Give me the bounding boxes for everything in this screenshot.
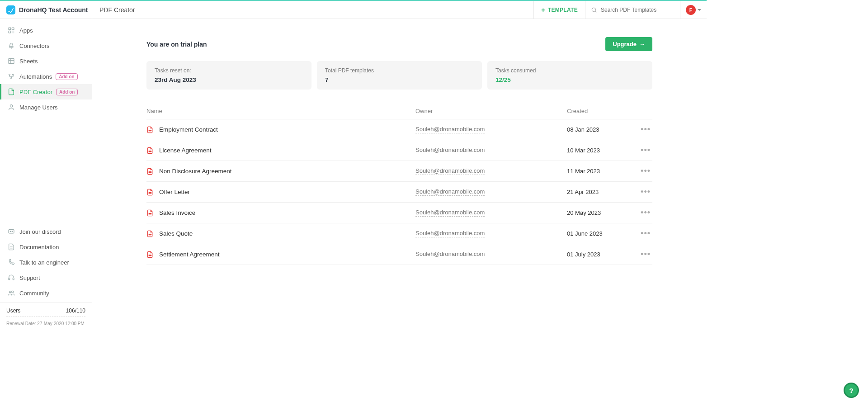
- users-label: Users: [6, 308, 20, 314]
- sidebar-link-support[interactable]: Support: [0, 270, 92, 285]
- sidebar-item-label: Talk to an engineer: [19, 259, 69, 266]
- table-row[interactable]: Sales QuoteSouleh@dronamobile.com01 June…: [146, 223, 652, 244]
- stat-label: Tasks consumed: [495, 67, 644, 74]
- row-actions-menu[interactable]: •••: [632, 208, 651, 218]
- new-template-button[interactable]: + TEMPLATE: [533, 1, 585, 19]
- plug-icon: [8, 42, 15, 49]
- doc-icon: [8, 243, 15, 251]
- template-owner[interactable]: Souleh@dronamobile.com: [415, 251, 485, 258]
- col-owner: Owner: [415, 108, 567, 114]
- sidebar-item-automations[interactable]: AutomationsAdd on: [0, 69, 92, 84]
- template-owner[interactable]: Souleh@dronamobile.com: [415, 147, 485, 154]
- brand-area[interactable]: DronaHQ Test Account: [0, 1, 92, 19]
- sidebar-item-label: Community: [19, 290, 49, 297]
- avatar: F: [686, 5, 696, 15]
- stat-card: Tasks reset on:23rd Aug 2023: [146, 61, 311, 90]
- svg-point-14: [9, 74, 10, 76]
- template-owner[interactable]: Souleh@dronamobile.com: [415, 230, 485, 237]
- sidebar-item-apps[interactable]: Apps: [0, 23, 92, 38]
- table-row[interactable]: Employment ContractSouleh@dronamobile.co…: [146, 119, 652, 140]
- addon-badge: Add on: [56, 89, 78, 95]
- template-created: 01 July 2023: [567, 251, 632, 258]
- svg-point-20: [10, 231, 11, 232]
- row-actions-menu[interactable]: •••: [632, 125, 651, 134]
- table-row[interactable]: Sales InvoiceSouleh@dronamobile.com20 Ma…: [146, 203, 652, 223]
- template-created: 01 June 2023: [567, 230, 632, 237]
- svg-point-18: [10, 105, 12, 107]
- svg-rect-3: [12, 28, 14, 30]
- row-actions-menu[interactable]: •••: [632, 229, 651, 238]
- pdf-file-icon: [146, 251, 154, 259]
- sidebar-item-label: Manage Users: [19, 104, 58, 111]
- stat-label: Tasks reset on:: [155, 67, 303, 74]
- upgrade-label: Upgrade: [613, 41, 637, 47]
- sidebar-footer: Users 106/110 Renewal Date: 27-May-2020 …: [0, 303, 92, 331]
- template-button-label: TEMPLATE: [548, 7, 578, 13]
- stat-value: 7: [325, 76, 474, 83]
- svg-rect-32: [149, 213, 152, 214]
- svg-rect-24: [9, 278, 10, 280]
- table-row[interactable]: Non Disclosure AgreementSouleh@dronamobi…: [146, 161, 652, 182]
- template-name: Settlement Agreement: [159, 251, 220, 258]
- sidebar-link-community[interactable]: Community: [0, 285, 92, 301]
- row-actions-menu[interactable]: •••: [632, 166, 651, 176]
- template-owner[interactable]: Souleh@dronamobile.com: [415, 188, 485, 196]
- pdf-file-icon: [146, 147, 154, 155]
- sidebar-item-label: Documentation: [19, 244, 59, 251]
- sidebar-item-pdf-creator[interactable]: PDF CreatorAdd on: [0, 84, 92, 99]
- stat-value: 12/25: [495, 76, 644, 83]
- sidebar-item-sheets[interactable]: Sheets: [0, 53, 92, 69]
- template-created: 21 Apr 2023: [567, 189, 632, 195]
- row-actions-menu[interactable]: •••: [632, 250, 651, 259]
- stat-card: Total PDF templates7: [317, 61, 482, 90]
- template-owner[interactable]: Souleh@dronamobile.com: [415, 167, 485, 175]
- table-row[interactable]: Settlement AgreementSouleh@dronamobile.c…: [146, 244, 652, 265]
- svg-point-15: [13, 74, 14, 76]
- template-created: 08 Jan 2023: [567, 126, 632, 133]
- sidebar-link-talk-to-an-engineer[interactable]: Talk to an engineer: [0, 255, 92, 270]
- template-name: Employment Contract: [159, 126, 218, 133]
- template-name: Non Disclosure Agreement: [159, 168, 232, 175]
- renewal-date: Renewal Date: 27-May-2020 12:00 PM: [6, 321, 85, 327]
- svg-line-1: [595, 11, 597, 12]
- community-icon: [8, 289, 15, 297]
- template-owner[interactable]: Souleh@dronamobile.com: [415, 209, 485, 217]
- pdf-icon: [8, 88, 15, 95]
- pdf-file-icon: [146, 167, 154, 175]
- svg-rect-31: [149, 192, 152, 194]
- main-content: You are on trial plan Upgrade → Tasks re…: [92, 19, 707, 331]
- pdf-file-icon: [146, 230, 154, 238]
- arrow-right-icon: →: [639, 41, 645, 47]
- row-actions-menu[interactable]: •••: [632, 187, 651, 197]
- svg-rect-25: [13, 278, 14, 280]
- table-row[interactable]: Offer LetterSouleh@dronamobile.com21 Apr…: [146, 182, 652, 203]
- svg-rect-30: [149, 171, 152, 173]
- search-area: [585, 1, 680, 19]
- row-actions-menu[interactable]: •••: [632, 146, 651, 155]
- stat-card: Tasks consumed12/25: [487, 61, 652, 90]
- svg-rect-9: [9, 46, 13, 47]
- sidebar-link-join-our-discord[interactable]: Join our discord: [0, 224, 92, 239]
- upgrade-button[interactable]: Upgrade →: [605, 37, 652, 51]
- svg-rect-34: [149, 255, 152, 256]
- sidebar-item-label: Sheets: [19, 58, 38, 65]
- sidebar-item-label: PDF Creator: [19, 89, 52, 95]
- pdf-file-icon: [146, 209, 154, 217]
- apps-icon: [8, 27, 15, 34]
- col-name: Name: [146, 108, 415, 114]
- template-owner[interactable]: Souleh@dronamobile.com: [415, 126, 485, 133]
- addon-badge: Add on: [56, 73, 77, 80]
- sidebar-item-connectors[interactable]: Connectors: [0, 38, 92, 53]
- svg-point-21: [12, 231, 13, 232]
- sidebar: AppsConnectorsSheetsAutomationsAdd onPDF…: [0, 19, 92, 331]
- account-menu[interactable]: F: [680, 1, 707, 19]
- table-row[interactable]: License AgreementSouleh@dronamobile.com1…: [146, 140, 652, 161]
- sidebar-link-documentation[interactable]: Documentation: [0, 239, 92, 255]
- sidebar-item-manage-users[interactable]: Manage Users: [0, 99, 92, 115]
- sidebar-item-label: Support: [19, 274, 40, 281]
- chevron-down-icon: [698, 9, 701, 11]
- template-name: Sales Quote: [159, 230, 193, 237]
- headset-icon: [8, 274, 15, 281]
- plus-icon: +: [541, 6, 545, 14]
- search-input[interactable]: [601, 7, 675, 13]
